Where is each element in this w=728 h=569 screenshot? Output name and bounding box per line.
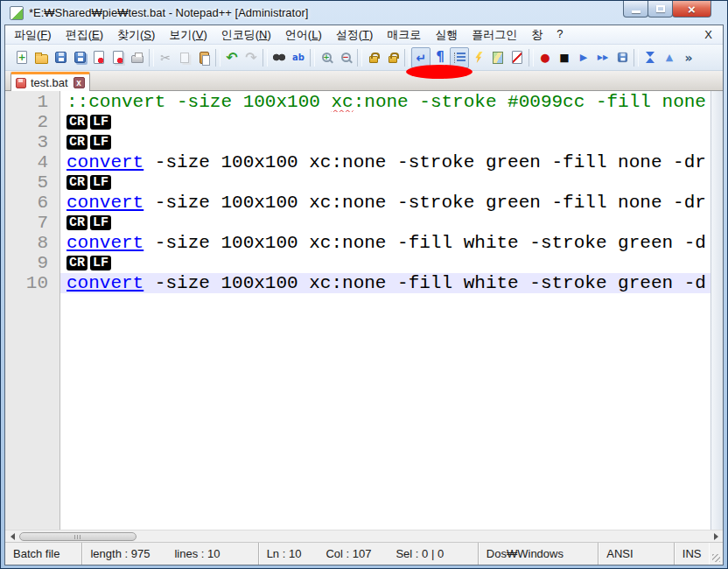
close-all-button[interactable]	[108, 47, 128, 68]
command-keyword: convert	[66, 193, 144, 213]
command-args: -size 100x100 xc:none -stroke green -fil…	[144, 152, 706, 172]
horizontal-scrollbar-thumb[interactable]	[19, 532, 136, 541]
status-insert-mode[interactable]: INS	[675, 543, 709, 565]
toolbar-separator	[149, 49, 154, 67]
status-selection: Sel : 0 | 0	[396, 547, 444, 560]
eol-marker-lf-icon: LF	[90, 175, 111, 190]
sync-horizontal-scrolling-button[interactable]	[383, 47, 402, 68]
menu-item-5[interactable]: 언어(L)	[278, 25, 329, 45]
menu-item-7[interactable]: 매크로	[380, 25, 428, 45]
status-encoding[interactable]: ANSI	[598, 543, 674, 565]
macro-run-multiple-button[interactable]: ▶▶	[593, 47, 612, 68]
line-number[interactable]: 3	[5, 132, 48, 152]
comment-text: :none -stroke #0099cc -fill none	[354, 92, 706, 112]
code-line-10[interactable]: convert -size 100x100 xc:none -fill whit…	[60, 273, 710, 293]
sync-vertical-scrolling-icon	[369, 56, 378, 63]
toolbar-separator	[404, 49, 410, 67]
menu-item-1[interactable]: 편집(E)	[59, 25, 110, 45]
line-number[interactable]: 2	[5, 112, 48, 132]
line-number[interactable]: 4	[5, 152, 48, 172]
line-number[interactable]: 10	[5, 273, 48, 293]
doc-switcher-button[interactable]	[508, 47, 527, 68]
command-args: -size 100x100 xc:none -fill white -strok…	[144, 233, 706, 253]
code-line-3[interactable]: CRLF	[60, 132, 710, 152]
cut-button[interactable]: ✂	[156, 47, 175, 68]
menu-item-3[interactable]: 보기(V)	[162, 25, 214, 45]
vertical-scrollbar[interactable]	[710, 91, 723, 530]
line-number[interactable]: 7	[5, 213, 48, 233]
menu-item-0[interactable]: 파일(F)	[7, 25, 59, 45]
redo-button[interactable]: ↷	[242, 47, 261, 68]
menu-item-10[interactable]: 창	[524, 25, 550, 45]
replace-button[interactable]: ab	[289, 47, 308, 68]
code-line-7[interactable]: CRLF	[60, 213, 710, 233]
code-line-9[interactable]: CRLF	[60, 253, 710, 273]
open-file-button[interactable]	[32, 47, 51, 68]
unfold-all-button[interactable]: ▲	[660, 47, 679, 68]
line-number[interactable]: 6	[5, 193, 48, 213]
tab-test-bat[interactable]: test.bat x	[10, 72, 90, 91]
macro-record-button[interactable]: ●	[536, 47, 555, 68]
menu-item-2[interactable]: 찾기(S)	[110, 25, 162, 45]
code-line-4[interactable]: convert -size 100x100 xc:none -stroke gr…	[60, 152, 710, 172]
save-all-button[interactable]	[70, 47, 89, 68]
editor-lines[interactable]: ::convert -size 100x100 xc:none -stroke …	[60, 91, 710, 530]
code-line-1[interactable]: ::convert -size 100x100 xc:none -stroke …	[60, 92, 710, 112]
maximize-button[interactable]	[648, 1, 673, 18]
toolbar-overflow-button[interactable]: »	[679, 47, 698, 68]
close-button[interactable]: ×	[672, 1, 711, 18]
menu-item-11[interactable]: ?	[550, 25, 570, 45]
code-line-5[interactable]: CRLF	[60, 172, 710, 193]
status-cursor-position: Ln : 10 Col : 107 Sel : 0 | 0	[259, 543, 479, 565]
line-number-gutter[interactable]: 12345678910	[5, 91, 60, 530]
undo-button[interactable]: ↶	[222, 47, 242, 68]
sync-vertical-scrolling-button[interactable]	[364, 47, 383, 68]
zoom-in-button[interactable]: +	[317, 47, 336, 68]
unsaved-floppy-icon	[16, 78, 26, 88]
eol-marker-cr-icon: CR	[66, 215, 88, 230]
menu-item-8[interactable]: 실행	[428, 25, 465, 45]
zoom-out-button[interactable]: −	[336, 47, 355, 68]
doc-switcher-icon	[512, 51, 522, 64]
notepad-plus-plus-icon	[10, 6, 24, 20]
copy-button[interactable]	[175, 47, 194, 68]
document-map-button[interactable]	[488, 47, 508, 68]
close-file-button[interactable]	[89, 47, 108, 68]
print-button[interactable]	[128, 47, 147, 68]
tab-close-icon[interactable]: x	[74, 77, 85, 88]
macro-play-button[interactable]: ▶	[574, 47, 593, 68]
code-line-6[interactable]: convert -size 100x100 xc:none -stroke gr…	[60, 193, 710, 213]
macro-save-button[interactable]	[612, 47, 632, 68]
menu-item-9[interactable]: 플러그인	[465, 25, 524, 45]
eol-marker-lf-icon: LF	[90, 256, 111, 270]
code-line-8[interactable]: convert -size 100x100 xc:none -fill whit…	[60, 233, 710, 253]
scroll-left-arrow-icon[interactable]	[5, 530, 19, 543]
title-bar[interactable]: *E:₩Shared₩pie₩test.bat - Notepad++ [Adm…	[4, 1, 724, 25]
line-number[interactable]: 8	[5, 233, 48, 253]
macro-record-icon: ●	[540, 52, 550, 63]
unfold-all-icon: ▲	[666, 53, 673, 62]
macro-stop-button[interactable]: ■	[555, 47, 574, 68]
menu-item-4[interactable]: 인코딩(N)	[214, 25, 278, 45]
scroll-right-arrow-icon[interactable]	[709, 530, 723, 543]
user-defined-language-button[interactable]	[469, 47, 488, 68]
fold-all-button[interactable]	[640, 47, 660, 68]
code-line-2[interactable]: CRLF	[60, 112, 710, 132]
resize-grip-icon[interactable]	[709, 543, 723, 565]
line-number[interactable]: 5	[5, 172, 48, 193]
horizontal-scrollbar[interactable]	[5, 530, 723, 542]
paste-button[interactable]	[194, 47, 214, 68]
status-length-lines: length : 975 lines : 10	[82, 543, 258, 565]
eol-marker-cr-icon: CR	[66, 256, 88, 270]
save-file-button[interactable]	[51, 47, 70, 68]
line-number[interactable]: 9	[5, 253, 48, 273]
new-file-button[interactable]: +	[12, 47, 32, 68]
line-number[interactable]: 1	[5, 92, 48, 112]
status-eol-format[interactable]: Dos₩Windows	[479, 543, 598, 565]
menu-close-button[interactable]: X	[696, 26, 721, 43]
sync-horizontal-scrolling-icon	[388, 56, 397, 63]
status-column-number: Col : 107	[326, 547, 371, 560]
menu-item-6[interactable]: 설정(T)	[329, 25, 381, 45]
find-button[interactable]	[270, 47, 289, 68]
minimize-button[interactable]	[623, 1, 648, 18]
